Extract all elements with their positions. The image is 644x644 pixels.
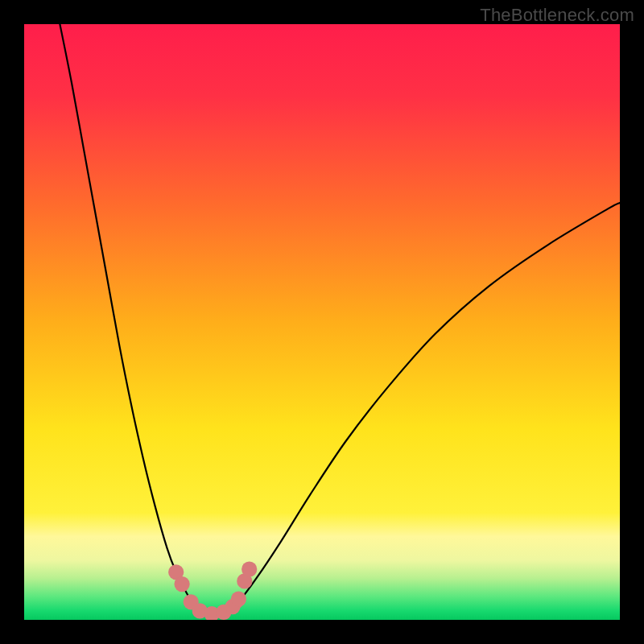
series-curve-right xyxy=(227,203,620,614)
data-marker xyxy=(231,591,246,606)
watermark-text: TheBottleneck.com xyxy=(480,5,634,26)
data-marker xyxy=(242,561,257,576)
curves-layer xyxy=(24,24,620,620)
chart-frame: TheBottleneck.com xyxy=(0,0,644,644)
series-curve-left xyxy=(60,24,203,614)
data-marker xyxy=(174,576,189,592)
plot-area xyxy=(24,24,620,620)
